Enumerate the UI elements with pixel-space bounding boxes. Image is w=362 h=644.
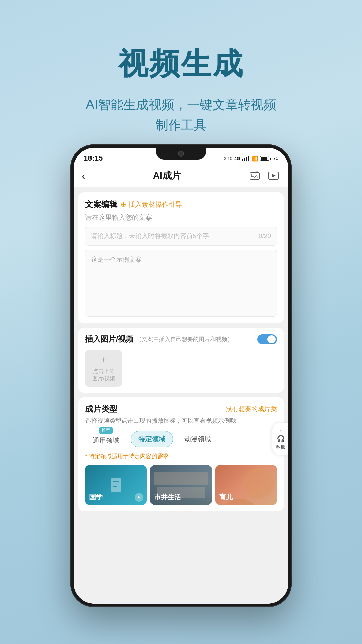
tab-specific-label: 特定领域 <box>138 435 165 443</box>
tab-general-label: 通用领域 <box>93 437 119 444</box>
service-icon: 🎧 <box>277 435 285 443</box>
title-input-count: 0/20 <box>259 232 271 240</box>
scrollable-content[interactable]: 文案编辑 ⊕ 插入素材操作引导 请在这里输入您的文案 请输入标题，未输入时将截取… <box>74 187 288 604</box>
battery-icon <box>260 156 271 161</box>
app-bar-icons <box>248 169 280 182</box>
upload-plus-icon: + <box>101 354 107 366</box>
media-header: 插入图片/视频 （文案中插入自己想要的图片和视频） <box>85 334 277 344</box>
gallery-button[interactable] <box>248 169 261 182</box>
float-service[interactable]: ‹ 🎧 客服 <box>272 423 288 455</box>
recommended-badge: 推荐 <box>99 427 113 434</box>
camera <box>178 151 184 157</box>
back-button[interactable]: ‹ <box>82 169 85 182</box>
preview-button[interactable] <box>267 169 280 182</box>
service-label: 客服 <box>276 444 286 450</box>
page-title: 视频生成 <box>0 0 362 85</box>
copywriting-title: 文案编辑 <box>85 199 117 210</box>
tab-anime-label: 动漫领域 <box>184 435 211 443</box>
network-type: 4G <box>234 156 240 161</box>
status-icons: 3.10 4G 📶 70 <box>224 155 278 162</box>
page-subtitle: AI智能生成视频，一键文章转视频 制作工具 <box>0 95 362 136</box>
type-note: 特定领域适用于特定内容的需求 <box>85 452 277 460</box>
upload-button[interactable]: + 点击上传图片/视频 <box>85 350 122 387</box>
upload-label: 点击上传图片/视频 <box>92 368 115 383</box>
svg-rect-7 <box>111 478 121 492</box>
category-shijing-label: 市井生活 <box>154 493 181 502</box>
subtitle-line2: 制作工具 <box>0 115 362 136</box>
tab-specific[interactable]: 特定领域 <box>131 431 173 447</box>
app-title: AI成片 <box>153 169 181 182</box>
type-title: 成片类型 <box>85 404 117 414</box>
battery-level: 70 <box>273 156 278 161</box>
category-shijing[interactable]: 市井生活 <box>150 465 212 505</box>
page-background: 视频生成 AI智能生成视频，一键文章转视频 制作工具 18:15 <box>0 0 362 644</box>
tab-general[interactable]: 推荐 通用领域 <box>85 430 127 448</box>
svg-marker-11 <box>138 496 140 499</box>
wifi-icon: 📶 <box>251 155 258 162</box>
notch <box>156 148 206 160</box>
insert-guide-icon: ⊕ <box>121 200 126 208</box>
phone-screen: 18:15 3.10 4G 📶 70 <box>74 148 288 604</box>
phone-inner: 18:15 3.10 4G 📶 70 <box>74 148 288 604</box>
category-guoxue-play <box>135 493 143 502</box>
type-link[interactable]: 没有想要的成片类 <box>226 405 277 413</box>
subtitle-line1: AI智能生成视频，一键文章转视频 <box>0 95 362 115</box>
insert-guide[interactable]: ⊕ 插入素材操作引导 <box>121 200 182 209</box>
media-section: 插入图片/视频 （文案中插入自己想要的图片和视频） + 点击上传图片/视频 <box>78 328 284 393</box>
insert-guide-text: 插入素材操作引导 <box>128 200 182 209</box>
copywriting-desc: 请在这里输入您的文案 <box>85 213 277 222</box>
type-section: 成片类型 没有想要的成片类 选择视频类型点击出现的播放图标，可以查看视频示例哦！… <box>78 397 284 511</box>
svg-marker-6 <box>272 174 276 177</box>
title-input-placeholder: 请输入标题，未输入时将截取内容前5个字 <box>91 232 209 240</box>
category-grid: 国学 <box>85 465 277 505</box>
phone-frame: 18:15 3.10 4G 📶 70 <box>70 144 292 607</box>
status-time: 18:15 <box>84 154 103 163</box>
network-speed: 3.10 <box>224 156 232 161</box>
app-bar: ‹ AI成片 <box>74 164 288 187</box>
type-header: 成片类型 没有想要的成片类 <box>85 404 277 414</box>
media-title-group: 插入图片/视频 （文案中插入自己想要的图片和视频） <box>85 334 233 344</box>
type-tabs: 推荐 通用领域 特定领域 动漫领域 <box>85 430 277 448</box>
content-placeholder: 这是一个示例文案 <box>91 256 142 263</box>
category-guoxue-label: 国学 <box>89 493 103 502</box>
signal-icon <box>242 156 249 161</box>
phone-container: 18:15 3.10 4G 📶 70 <box>70 144 292 607</box>
media-subtitle: （文案中插入自己想要的图片和视频） <box>136 335 233 343</box>
section-header: 文案编辑 ⊕ 插入素材操作引导 <box>85 199 277 210</box>
chevron-left-icon: ‹ <box>280 427 281 433</box>
media-title: 插入图片/视频 <box>85 334 133 344</box>
content-input[interactable]: 这是一个示例文案 <box>85 250 277 317</box>
category-yuer[interactable]: 育儿 <box>215 465 277 505</box>
tab-anime[interactable]: 动漫领域 <box>177 431 219 447</box>
svg-rect-1 <box>251 174 254 177</box>
category-guoxue[interactable]: 国学 <box>85 465 147 505</box>
copywriting-section: 文案编辑 ⊕ 插入素材操作引导 请在这里输入您的文案 请输入标题，未输入时将截取… <box>78 192 284 323</box>
media-toggle[interactable] <box>257 334 277 344</box>
title-input[interactable]: 请输入标题，未输入时将截取内容前5个字 0/20 <box>85 227 277 246</box>
type-desc: 选择视频类型点击出现的播放图标，可以查看视频示例哦！ <box>85 416 277 425</box>
category-yuer-label: 育儿 <box>219 493 233 502</box>
